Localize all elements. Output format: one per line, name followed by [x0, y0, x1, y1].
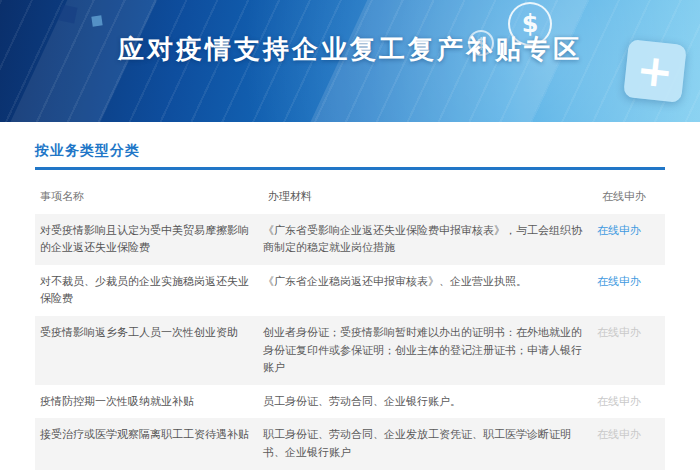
- item-name: 对受疫情影响且认定为受中美贸易摩擦影响的企业返还失业保险费: [40, 224, 249, 255]
- table-header-row: 事项名称 办理材料 在线申办: [35, 180, 665, 214]
- banner-title: 应对疫情支持企业复工复产补贴专区: [0, 32, 700, 67]
- section-underline: [35, 167, 665, 170]
- table-row: 受疫情影响返乡务工人员一次性创业资助 创业者身份证；受疫情影响暂时难以办出的证明…: [35, 316, 665, 385]
- apply-online-link[interactable]: 在线申办: [597, 275, 641, 288]
- table-row: 对不裁员、少裁员的企业实施稳岗返还失业保险费 《广东省企业稳岗返还申报审核表》、…: [35, 265, 665, 316]
- materials-text: 创业者身份证；受疫情影响暂时难以办出的证明书：在外地就业的身份证复印件或参保证明…: [263, 316, 597, 385]
- page: $ $ + 应对疫情支持企业复工复产补贴专区 按业务类型分类 事项名称 办理材料…: [0, 0, 700, 474]
- apply-online-link[interactable]: 在线申办: [597, 224, 641, 237]
- materials-text: 职工身份证、劳动合同、企业发放工资凭证、职工医学诊断证明书、企业银行账户: [263, 418, 597, 469]
- apply-online-link: 在线申办: [597, 428, 641, 441]
- item-name: 对不裁员、少裁员的企业实施稳岗返还失业保险费: [40, 275, 249, 306]
- header-materials: 办理材料: [263, 180, 597, 214]
- table-body: 对受疫情影响且认定为受中美贸易摩擦影响的企业返还失业保险费 《广东省受影响企业返…: [35, 214, 665, 474]
- materials-text: 湖北籍员工人员身份证、劳动合同、企业发放工资凭证、湖北籍员工人员受疫情影响未能返…: [263, 470, 597, 474]
- decor-square: [91, 15, 102, 26]
- table-row: 一次性延迟复工补贴 湖北籍员工人员身份证、劳动合同、企业发放工资凭证、湖北籍员工…: [35, 470, 665, 474]
- main-content: 按业务类型分类 事项名称 办理材料 在线申办 对受疫情影响且认定为受中美贸易摩擦…: [0, 122, 700, 474]
- apply-online-link: 在线申办: [597, 395, 641, 408]
- table-row: 对受疫情影响且认定为受中美贸易摩擦影响的企业返还失业保险费 《广东省受影响企业返…: [35, 214, 665, 265]
- header-apply-online: 在线申办: [597, 180, 665, 214]
- materials-text: 《广东省企业稳岗返还申报审核表》、企业营业执照。: [263, 265, 597, 299]
- materials-text: 员工身份证、劳动合同、企业银行账户。: [263, 385, 597, 419]
- subsidy-table: 事项名称 办理材料 在线申办 对受疫情影响且认定为受中美贸易摩擦影响的企业返还失…: [35, 180, 665, 474]
- section-header: 按业务类型分类: [35, 140, 665, 170]
- materials-text: 《广东省受影响企业返还失业保险费申报审核表》，与工会组织协商制定的稳定就业岗位措…: [263, 214, 597, 265]
- table-row: 接受治疗或医学观察隔离职工工资待遇补贴 职工身份证、劳动合同、企业发放工资凭证、…: [35, 418, 665, 469]
- table-row: 疫情防控期一次性吸纳就业补贴 员工身份证、劳动合同、企业银行账户。 在线申办: [35, 385, 665, 419]
- apply-online-link: 在线申办: [597, 326, 641, 339]
- item-name: 受疫情影响返乡务工人员一次性创业资助: [40, 326, 238, 339]
- decor-square: [59, 5, 78, 24]
- hero-banner: $ $ + 应对疫情支持企业复工复产补贴专区: [0, 0, 700, 122]
- section-title: 按业务类型分类: [35, 142, 140, 167]
- item-name: 疫情防控期一次性吸纳就业补贴: [40, 395, 194, 408]
- item-name: 接受治疗或医学观察隔离职工工资待遇补贴: [40, 428, 249, 441]
- header-item-name: 事项名称: [35, 180, 263, 214]
